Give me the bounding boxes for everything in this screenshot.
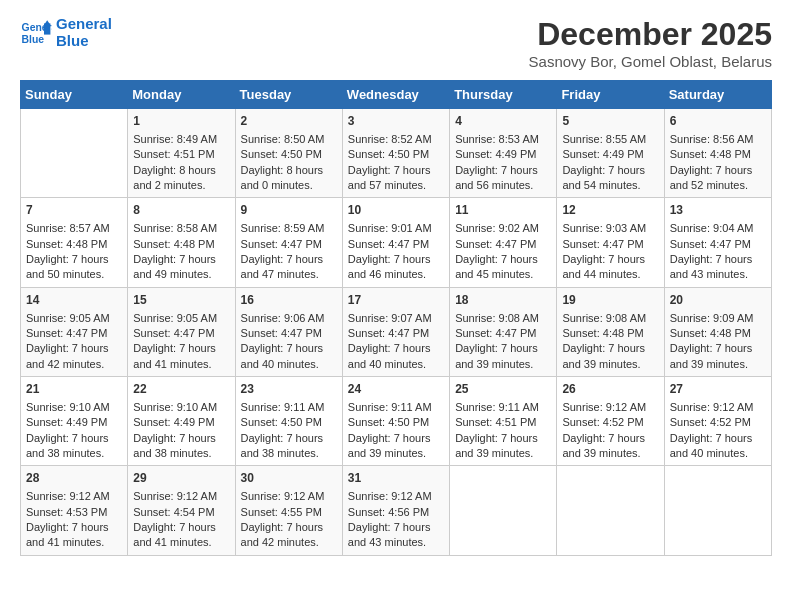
cell-content-line: Daylight: 7 hours — [241, 520, 337, 535]
cell-content-line: Daylight: 7 hours — [26, 341, 122, 356]
cell-content-line: and 39 minutes. — [670, 357, 766, 372]
calendar-cell: 19Sunrise: 9:08 AMSunset: 4:48 PMDayligh… — [557, 287, 664, 376]
cell-content-line: Daylight: 7 hours — [133, 252, 229, 267]
calendar-cell: 14Sunrise: 9:05 AMSunset: 4:47 PMDayligh… — [21, 287, 128, 376]
cell-content-line: Daylight: 7 hours — [26, 520, 122, 535]
day-of-week-thursday: Thursday — [450, 81, 557, 109]
day-number: 1 — [133, 113, 229, 130]
cell-content-line: Sunset: 4:52 PM — [670, 415, 766, 430]
cell-content-line: Daylight: 7 hours — [348, 520, 444, 535]
cell-content-line: and 41 minutes. — [133, 357, 229, 372]
calendar-cell: 13Sunrise: 9:04 AMSunset: 4:47 PMDayligh… — [664, 198, 771, 287]
cell-content-line: Sunrise: 9:04 AM — [670, 221, 766, 236]
cell-content-line: Sunrise: 9:10 AM — [133, 400, 229, 415]
day-number: 31 — [348, 470, 444, 487]
cell-content-line: Daylight: 7 hours — [455, 163, 551, 178]
cell-content-line: and 0 minutes. — [241, 178, 337, 193]
cell-content-line: Sunrise: 9:11 AM — [241, 400, 337, 415]
calendar-header: SundayMondayTuesdayWednesdayThursdayFrid… — [21, 81, 772, 109]
calendar-cell: 26Sunrise: 9:12 AMSunset: 4:52 PMDayligh… — [557, 377, 664, 466]
cell-content-line: Daylight: 7 hours — [562, 163, 658, 178]
cell-content-line: and 39 minutes. — [455, 446, 551, 461]
cell-content-line: Sunrise: 8:55 AM — [562, 132, 658, 147]
cell-content-line: Sunrise: 9:12 AM — [670, 400, 766, 415]
calendar-table: SundayMondayTuesdayWednesdayThursdayFrid… — [20, 80, 772, 556]
cell-content-line: Sunset: 4:47 PM — [133, 326, 229, 341]
day-of-week-sunday: Sunday — [21, 81, 128, 109]
cell-content-line: Daylight: 7 hours — [133, 341, 229, 356]
day-number: 25 — [455, 381, 551, 398]
day-number: 13 — [670, 202, 766, 219]
cell-content-line: and 40 minutes. — [348, 357, 444, 372]
day-number: 3 — [348, 113, 444, 130]
svg-text:Blue: Blue — [22, 33, 45, 44]
cell-content-line: Sunset: 4:47 PM — [348, 326, 444, 341]
cell-content-line: Daylight: 7 hours — [241, 431, 337, 446]
logo-line1: General — [56, 16, 112, 33]
calendar-cell: 11Sunrise: 9:02 AMSunset: 4:47 PMDayligh… — [450, 198, 557, 287]
calendar-cell: 25Sunrise: 9:11 AMSunset: 4:51 PMDayligh… — [450, 377, 557, 466]
calendar-cell: 4Sunrise: 8:53 AMSunset: 4:49 PMDaylight… — [450, 109, 557, 198]
day-number: 10 — [348, 202, 444, 219]
cell-content-line: Sunset: 4:55 PM — [241, 505, 337, 520]
calendar-cell: 1Sunrise: 8:49 AMSunset: 4:51 PMDaylight… — [128, 109, 235, 198]
cell-content-line: Sunrise: 9:11 AM — [348, 400, 444, 415]
day-number: 2 — [241, 113, 337, 130]
day-number: 20 — [670, 292, 766, 309]
cell-content-line: Daylight: 7 hours — [455, 252, 551, 267]
day-of-week-monday: Monday — [128, 81, 235, 109]
cell-content-line: Sunrise: 9:09 AM — [670, 311, 766, 326]
calendar-cell: 28Sunrise: 9:12 AMSunset: 4:53 PMDayligh… — [21, 466, 128, 555]
cell-content-line: Sunset: 4:49 PM — [26, 415, 122, 430]
calendar-cell: 12Sunrise: 9:03 AMSunset: 4:47 PMDayligh… — [557, 198, 664, 287]
calendar-week-5: 28Sunrise: 9:12 AMSunset: 4:53 PMDayligh… — [21, 466, 772, 555]
cell-content-line: and 45 minutes. — [455, 267, 551, 282]
cell-content-line: and 42 minutes. — [241, 535, 337, 550]
calendar-cell: 31Sunrise: 9:12 AMSunset: 4:56 PMDayligh… — [342, 466, 449, 555]
calendar-cell — [664, 466, 771, 555]
cell-content-line: Sunrise: 9:06 AM — [241, 311, 337, 326]
cell-content-line: Sunrise: 9:02 AM — [455, 221, 551, 236]
cell-content-line: and 38 minutes. — [241, 446, 337, 461]
cell-content-line: Daylight: 7 hours — [562, 252, 658, 267]
page-header: General Blue General Blue December 2025 … — [20, 16, 772, 70]
calendar-cell: 16Sunrise: 9:06 AMSunset: 4:47 PMDayligh… — [235, 287, 342, 376]
day-number: 29 — [133, 470, 229, 487]
cell-content-line: Sunset: 4:50 PM — [241, 415, 337, 430]
cell-content-line: Sunset: 4:47 PM — [670, 237, 766, 252]
cell-content-line: and 56 minutes. — [455, 178, 551, 193]
day-number: 24 — [348, 381, 444, 398]
day-number: 15 — [133, 292, 229, 309]
calendar-week-1: 1Sunrise: 8:49 AMSunset: 4:51 PMDaylight… — [21, 109, 772, 198]
cell-content-line: Sunset: 4:47 PM — [455, 326, 551, 341]
cell-content-line: Sunset: 4:49 PM — [562, 147, 658, 162]
cell-content-line: Sunrise: 8:50 AM — [241, 132, 337, 147]
cell-content-line: Sunrise: 9:05 AM — [133, 311, 229, 326]
day-of-week-tuesday: Tuesday — [235, 81, 342, 109]
day-number: 4 — [455, 113, 551, 130]
cell-content-line: Sunrise: 9:05 AM — [26, 311, 122, 326]
day-number: 9 — [241, 202, 337, 219]
cell-content-line: Daylight: 7 hours — [562, 341, 658, 356]
day-number: 19 — [562, 292, 658, 309]
calendar-cell: 8Sunrise: 8:58 AMSunset: 4:48 PMDaylight… — [128, 198, 235, 287]
cell-content-line: Sunset: 4:51 PM — [455, 415, 551, 430]
logo-line2: Blue — [56, 33, 112, 50]
calendar-cell: 24Sunrise: 9:11 AMSunset: 4:50 PMDayligh… — [342, 377, 449, 466]
cell-content-line: Sunrise: 9:12 AM — [26, 489, 122, 504]
cell-content-line: Sunrise: 8:57 AM — [26, 221, 122, 236]
cell-content-line: Sunrise: 9:08 AM — [562, 311, 658, 326]
calendar-cell: 9Sunrise: 8:59 AMSunset: 4:47 PMDaylight… — [235, 198, 342, 287]
calendar-cell: 27Sunrise: 9:12 AMSunset: 4:52 PMDayligh… — [664, 377, 771, 466]
calendar-cell: 5Sunrise: 8:55 AMSunset: 4:49 PMDaylight… — [557, 109, 664, 198]
calendar-cell: 6Sunrise: 8:56 AMSunset: 4:48 PMDaylight… — [664, 109, 771, 198]
cell-content-line: and 47 minutes. — [241, 267, 337, 282]
day-number: 30 — [241, 470, 337, 487]
cell-content-line: Daylight: 8 hours — [241, 163, 337, 178]
cell-content-line: and 43 minutes. — [670, 267, 766, 282]
day-number: 7 — [26, 202, 122, 219]
calendar-cell: 18Sunrise: 9:08 AMSunset: 4:47 PMDayligh… — [450, 287, 557, 376]
calendar-cell — [557, 466, 664, 555]
cell-content-line: and 38 minutes. — [133, 446, 229, 461]
logo-icon: General Blue — [20, 17, 52, 49]
